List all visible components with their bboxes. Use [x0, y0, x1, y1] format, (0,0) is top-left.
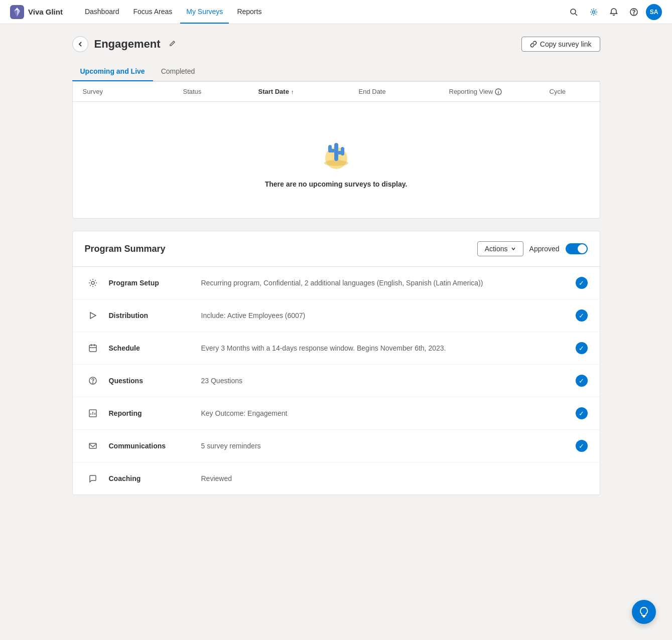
tab-completed[interactable]: Completed: [153, 62, 203, 81]
program-setup-icon: [85, 275, 101, 291]
gear-icon: [88, 278, 97, 287]
chat-icon: [88, 474, 97, 483]
survey-table-card: Survey Status Start Date ↑ End Date Repo…: [72, 81, 600, 219]
summary-row-communications[interactable]: Communications 5 survey reminders ✓: [73, 430, 600, 462]
summary-row-questions[interactable]: Questions 23 Questions ✓: [73, 365, 600, 397]
svg-marker-19: [90, 312, 96, 318]
back-button[interactable]: [72, 36, 88, 52]
table-header: Survey Status Start Date ↑ End Date Repo…: [73, 82, 600, 102]
col-cycle-label: Cycle: [550, 88, 566, 95]
program-summary-actions: Actions Approved: [477, 241, 588, 256]
reporting-value: Key Outcome: Engagement: [201, 409, 568, 417]
mail-icon: [88, 441, 97, 450]
app-logo[interactable]: Viva Glint: [10, 5, 63, 19]
summary-row-distribution[interactable]: Distribution Include: Active Employees (…: [73, 299, 600, 332]
questions-value: 23 Questions: [201, 377, 568, 385]
reporting-content: Reporting Key Outcome: Engagement: [109, 409, 568, 417]
summary-row-reporting[interactable]: Reporting Key Outcome: Engagement ✓: [73, 397, 600, 430]
svg-rect-24: [89, 443, 96, 448]
page-title: Engagement: [94, 38, 161, 51]
approved-label: Approved: [529, 245, 560, 253]
help-button[interactable]: [626, 4, 642, 20]
sort-arrow-icon: ↑: [291, 89, 294, 95]
schedule-content: Schedule Every 3 Months with a 14-days r…: [109, 344, 568, 352]
play-icon: [88, 311, 97, 320]
summary-row-schedule[interactable]: Schedule Every 3 Months with a 14-days r…: [73, 332, 600, 365]
search-button[interactable]: [566, 4, 582, 20]
nav-links: Dashboard Focus Areas My Surveys Reports: [79, 1, 566, 24]
nav-dashboard[interactable]: Dashboard: [79, 1, 125, 24]
communications-check: ✓: [576, 440, 588, 452]
reporting-icon: [85, 405, 101, 421]
schedule-icon: [85, 340, 101, 356]
approved-toggle[interactable]: [566, 243, 588, 254]
program-setup-value: Recurring program, Confidential, 2 addit…: [201, 279, 568, 287]
col-survey: Survey: [83, 88, 183, 95]
chart-icon: [88, 409, 97, 418]
col-end-date: End Date: [359, 88, 449, 95]
svg-rect-16: [341, 147, 344, 155]
settings-button[interactable]: [586, 4, 602, 20]
col-reporting-view: Reporting View: [449, 88, 550, 95]
nav-reports[interactable]: Reports: [231, 1, 267, 24]
communications-value: 5 survey reminders: [201, 442, 568, 450]
question-icon: [88, 376, 97, 385]
edit-title-button[interactable]: [167, 38, 178, 51]
distribution-check: ✓: [576, 309, 588, 322]
col-cycle: Cycle: [550, 88, 590, 95]
svg-point-18: [91, 281, 94, 284]
notifications-button[interactable]: [606, 4, 622, 20]
svg-point-8: [634, 14, 634, 14]
nav-actions: SA: [566, 4, 662, 20]
questions-icon: [85, 373, 101, 389]
col-status: Status: [183, 88, 258, 95]
questions-label: Questions: [109, 377, 189, 385]
nav-focus-areas[interactable]: Focus Areas: [127, 1, 178, 24]
program-summary-title: Program Summary: [85, 244, 166, 254]
distribution-icon: [85, 307, 101, 324]
svg-point-22: [92, 383, 93, 383]
avatar[interactable]: SA: [646, 4, 662, 20]
communications-icon: [85, 438, 101, 454]
program-setup-check: ✓: [576, 277, 588, 289]
program-summary-header: Program Summary Actions Approved: [73, 231, 600, 267]
svg-rect-14: [328, 145, 332, 152]
top-navigation: Viva Glint Dashboard Focus Areas My Surv…: [0, 0, 672, 24]
settings-icon: [590, 8, 598, 16]
communications-content: Communications 5 survey reminders: [109, 442, 568, 450]
col-reporting-view-label: Reporting View: [449, 88, 493, 95]
empty-state-message: There are no upcoming surveys to display…: [265, 180, 408, 188]
col-start-date-label: Start Date: [258, 88, 289, 95]
reporting-label: Reporting: [109, 409, 189, 417]
svg-point-4: [571, 9, 576, 14]
page-content: Engagement Copy survey link Upcoming and…: [60, 24, 612, 507]
coaching-label: Coaching: [109, 474, 189, 483]
page-header-left: Engagement: [72, 36, 178, 52]
tab-upcoming-live[interactable]: Upcoming and Live: [72, 62, 153, 81]
search-icon: [570, 8, 578, 16]
chevron-down-icon: [511, 246, 516, 251]
schedule-value: Every 3 Months with a 14-days response w…: [201, 344, 568, 352]
summary-row-coaching[interactable]: Coaching Reviewed: [73, 462, 600, 495]
schedule-label: Schedule: [109, 344, 189, 352]
notifications-icon: [610, 8, 618, 16]
col-start-date[interactable]: Start Date ↑: [258, 88, 359, 95]
col-end-date-label: End Date: [359, 88, 386, 95]
link-icon: [530, 41, 537, 48]
distribution-label: Distribution: [109, 311, 189, 319]
copy-survey-label: Copy survey link: [540, 40, 592, 48]
distribution-value: Include: Active Employees (6007): [201, 311, 568, 319]
tabs: Upcoming and Live Completed: [72, 62, 600, 81]
col-survey-label: Survey: [83, 88, 103, 95]
back-arrow-icon: [77, 41, 83, 47]
reporting-check: ✓: [576, 407, 588, 419]
empty-state: There are no upcoming surveys to display…: [73, 102, 600, 218]
copy-survey-button[interactable]: Copy survey link: [521, 37, 600, 52]
distribution-content: Distribution Include: Active Employees (…: [109, 311, 568, 319]
actions-button[interactable]: Actions: [477, 241, 523, 256]
nav-my-surveys[interactable]: My Surveys: [180, 1, 229, 24]
communications-label: Communications: [109, 442, 189, 450]
summary-row-program-setup[interactable]: Program Setup Recurring program, Confide…: [73, 267, 600, 299]
calendar-icon: [88, 344, 97, 353]
coaching-icon: [85, 470, 101, 487]
